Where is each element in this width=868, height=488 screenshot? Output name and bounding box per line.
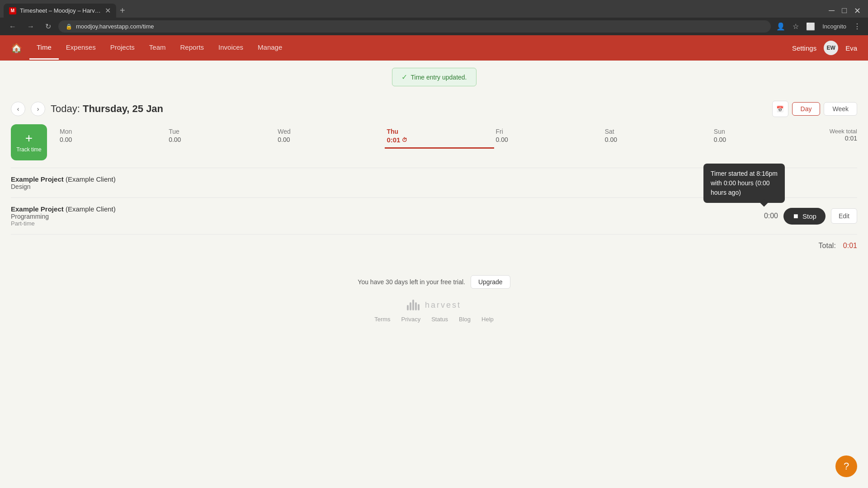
footer-link-status[interactable]: Status [431,316,448,323]
entry-2-info: Example Project (Example Client) Program… [11,205,764,227]
help-button[interactable]: ? [835,455,857,477]
bar-4 [415,302,417,310]
content: ‹ › Today: Thursday, 25 Jan 📅 Day Week +… [0,94,868,257]
address-bar[interactable]: 🔒 moodjoy.harvestapp.com/time [58,20,771,33]
week-view-button[interactable]: Week [824,102,857,116]
app: 🏠 Time Expenses Projects Team Reports In… [0,35,868,483]
notification-bar: ✓ Time entry updated. [0,61,868,94]
tab-bar: M Timesheet – Moodjoy – Harvest ✕ + ─ □ … [0,0,868,18]
day-name-tue: Tue [169,128,274,135]
day-col-fri: Fri 0.00 [494,124,603,149]
entry-1-client: (Example Client) [66,175,116,183]
day-col-mon: Mon 0.00 [58,124,167,149]
total-label: Total: [819,242,836,250]
time-entry-1: Example Project (Example Client) Design … [11,168,857,197]
day-name-mon: Mon [60,128,165,135]
stop-button[interactable]: ⏹ Stop [783,208,826,225]
maximize-button[interactable]: □ [838,4,850,17]
nav-link-team[interactable]: Team [142,36,173,60]
date-header: ‹ › Today: Thursday, 25 Jan 📅 Day Week [11,94,857,124]
tab-favicon: M [9,7,16,14]
footer-link-privacy[interactable]: Privacy [401,316,421,323]
week-grid: + Track time Mon 0.00 Tue 0.00 Wed 0.00 [11,124,857,160]
date-value: Thursday, 25 Jan [83,103,163,114]
day-hours-mon: 0.00 [60,136,165,143]
edit-button[interactable]: Edit [831,208,857,224]
date-title: Today: Thursday, 25 Jan [51,103,163,115]
sidebar-icon[interactable]: ⬜ [804,20,817,33]
notification-text: Time entry updated. [411,74,467,81]
timer-tooltip: Timer started at 8:16pmwith 0:00 hours (… [703,164,785,203]
date-prefix: Today: [51,103,83,114]
day-columns: Mon 0.00 Tue 0.00 Wed 0.00 Thu 0:01 [58,124,821,149]
back-button[interactable]: ← [5,21,20,33]
new-tab-button[interactable]: + [116,4,129,18]
upgrade-button[interactable]: Upgrade [471,275,510,289]
next-date-button[interactable]: › [31,102,45,116]
entry-1-project-name: Example Project [11,175,64,183]
check-icon: ✓ [401,73,407,81]
week-total-hours: 0:01 [821,135,857,142]
entry-2-project-name: Example Project [11,205,64,213]
tab-close-button[interactable]: ✕ [105,6,111,15]
stop-label: Stop [802,212,816,220]
close-window-button[interactable]: ✕ [850,4,864,18]
reload-button[interactable]: ↻ [42,20,55,33]
week-total-label: Week total [821,128,857,135]
timer-running-icon: ⏱ [402,137,407,143]
entry-2-actions: 0:00 ⏹ Stop Edit [764,208,857,225]
entry-2-client: (Example Client) [66,205,116,213]
footer-link-blog[interactable]: Blog [459,316,471,323]
username: Eva [845,44,857,52]
nav-link-projects[interactable]: Projects [103,36,142,60]
total-row: Total: 0:01 [11,234,857,257]
minimize-button[interactable]: ─ [825,4,838,17]
time-entries: Example Project (Example Client) Design … [11,168,857,234]
user-icon[interactable]: 👤 [774,20,787,33]
browser-toolbar: ← → ↻ 🔒 moodjoy.harvestapp.com/time 👤 ☆ … [0,18,868,35]
home-icon[interactable]: 🏠 [11,42,22,53]
harvest-logo-text: harvest [425,300,461,310]
forward-button[interactable]: → [24,21,38,33]
nav-link-expenses[interactable]: Expenses [59,36,103,60]
footer-links: Terms Privacy Status Blog Help [11,316,857,323]
notification-toast: ✓ Time entry updated. [392,68,476,86]
day-hours-fri: 0.00 [496,136,601,143]
window-controls: ─ □ ✕ [825,4,864,18]
entry-2-note: Part-time [11,220,764,227]
nav-link-reports[interactable]: Reports [173,36,212,60]
security-icon: 🔒 [66,23,72,30]
browser-actions: 👤 ☆ ⬜ Incognito ⋮ [774,20,863,33]
entry-2-project: Example Project (Example Client) [11,205,764,213]
bar-1 [407,305,409,310]
day-col-sun: Sun 0.00 [712,124,821,149]
day-hours-tue: 0.00 [169,136,274,143]
footer-link-terms[interactable]: Terms [374,316,390,323]
day-view-button[interactable]: Day [792,102,821,116]
nav-link-manage[interactable]: Manage [250,36,289,60]
calendar-button[interactable]: 📅 [772,101,788,117]
day-col-thu: Thu 0:01 ⏱ [385,124,494,149]
day-name-sat: Sat [605,128,710,135]
tab-title: Timesheet – Moodjoy – Harvest [20,7,101,14]
nav-link-invoices[interactable]: Invoices [211,36,250,60]
day-name-wed: Wed [278,128,383,135]
day-hours-thu: 0:01 ⏱ [387,136,492,144]
footer-logo: harvest [11,300,857,310]
prev-date-button[interactable]: ‹ [11,102,25,116]
bookmark-icon[interactable]: ☆ [791,20,801,33]
nav-link-time[interactable]: Time [29,36,59,60]
extensions-icon[interactable]: ⋮ [852,20,863,33]
top-nav: 🏠 Time Expenses Projects Team Reports In… [0,35,868,61]
active-tab[interactable]: M Timesheet – Moodjoy – Harvest ✕ [4,4,116,18]
track-time-button[interactable]: + Track time [11,124,47,160]
footer-link-help[interactable]: Help [481,316,494,323]
trial-text: You have 30 days left in your free trial… [358,278,465,286]
day-col-sat: Sat 0.00 [603,124,712,149]
day-col-wed: Wed 0.00 [276,124,385,149]
bar-5 [418,304,420,310]
url-text: moodjoy.harvestapp.com/time [76,23,154,30]
settings-link[interactable]: Settings [792,44,816,52]
day-name-thu: Thu [387,128,492,135]
avatar: EW [824,41,838,55]
